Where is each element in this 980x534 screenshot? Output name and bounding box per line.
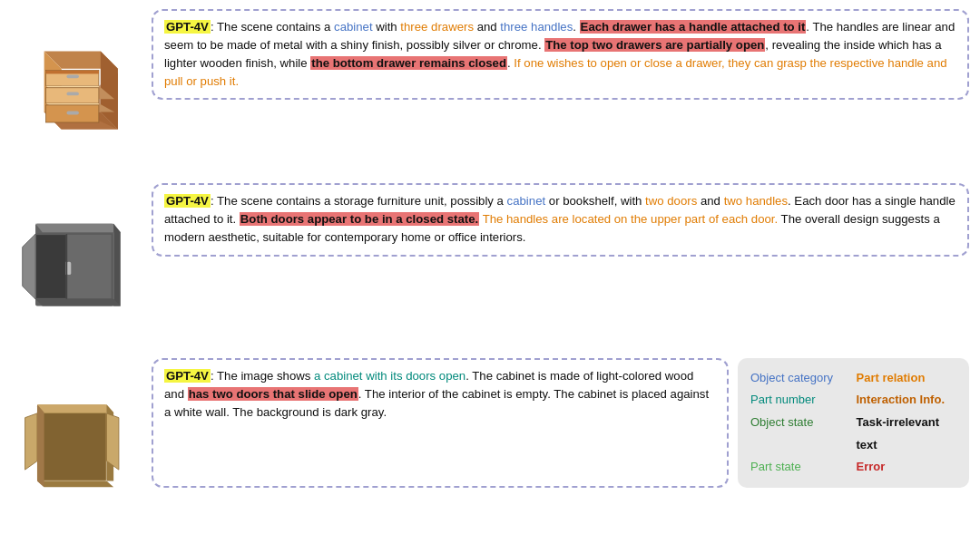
legend-item-task-irrelevant: Task-irrelevant text <box>857 412 957 456</box>
legend-item-part-state: Part state <box>750 456 851 479</box>
svg-rect-31 <box>38 413 106 481</box>
furniture-image-2 <box>11 183 142 350</box>
highlight-1b: The top two drawers are partially open <box>544 38 765 52</box>
cabinet-open: a cabinet with its doors open <box>314 369 466 383</box>
svg-marker-32 <box>37 481 113 487</box>
legend-grid: Object category Part relation Part numbe… <box>750 367 956 479</box>
furniture-image-3 <box>11 358 142 525</box>
text-box-3: GPT-4V: The image shows a cabinet with i… <box>152 358 729 488</box>
svg-marker-16 <box>113 224 121 306</box>
text-box-2: GPT-4V: The scene contains a storage fur… <box>152 183 969 256</box>
svg-marker-26 <box>37 404 113 413</box>
row3-content: GPT-4V: The image shows a cabinet with i… <box>152 358 969 488</box>
interaction-text-2: The handles are located on the upper par… <box>483 212 779 226</box>
svg-rect-24 <box>36 236 66 299</box>
highlight-3a: has two doors that slide open <box>188 387 358 401</box>
svg-marker-23 <box>35 299 121 306</box>
svg-marker-33 <box>37 404 44 487</box>
legend-box: Object category Part relation Part numbe… <box>738 358 969 488</box>
gpt-label-2: GPT-4V <box>164 194 211 208</box>
legend-item-object-category: Object category <box>750 367 851 390</box>
svg-marker-28 <box>25 413 37 470</box>
row-1: GPT-4V: The scene contains a cabinet wit… <box>11 9 969 176</box>
gpt-label-1: GPT-4V <box>164 20 211 34</box>
furniture-image-1 <box>11 9 142 176</box>
highlight-1a: Each drawer has a handle attached to it <box>580 20 807 34</box>
legend-item-part-number: Part number <box>750 389 851 412</box>
legend-item-error: Error <box>857 456 957 479</box>
svg-rect-10 <box>67 92 79 96</box>
highlight-2a: Both doors appear to be in a closed stat… <box>240 212 479 226</box>
svg-rect-7 <box>67 75 79 79</box>
text-box-1: GPT-4V: The scene contains a cabinet wit… <box>152 9 969 100</box>
row-3: GPT-4V: The image shows a cabinet with i… <box>11 358 969 525</box>
svg-rect-5 <box>46 71 99 74</box>
legend-item-interaction-info: Interaction Info. <box>857 389 957 412</box>
gpt-label-3: GPT-4V <box>164 369 211 383</box>
svg-rect-12 <box>67 112 79 115</box>
cabinet-word-1: cabinet <box>334 20 373 34</box>
legend-item-part-relation: Part relation <box>857 367 957 390</box>
svg-rect-19 <box>67 235 113 300</box>
highlight-1c: the bottom drawer remains closed <box>310 56 507 70</box>
legend-item-object-state: Object state <box>750 412 851 456</box>
three-drawers: three drawers <box>400 20 474 34</box>
svg-marker-15 <box>35 224 121 233</box>
row-2: GPT-4V: The scene contains a storage fur… <box>11 183 969 350</box>
svg-marker-18 <box>23 235 35 300</box>
svg-marker-29 <box>107 413 119 470</box>
